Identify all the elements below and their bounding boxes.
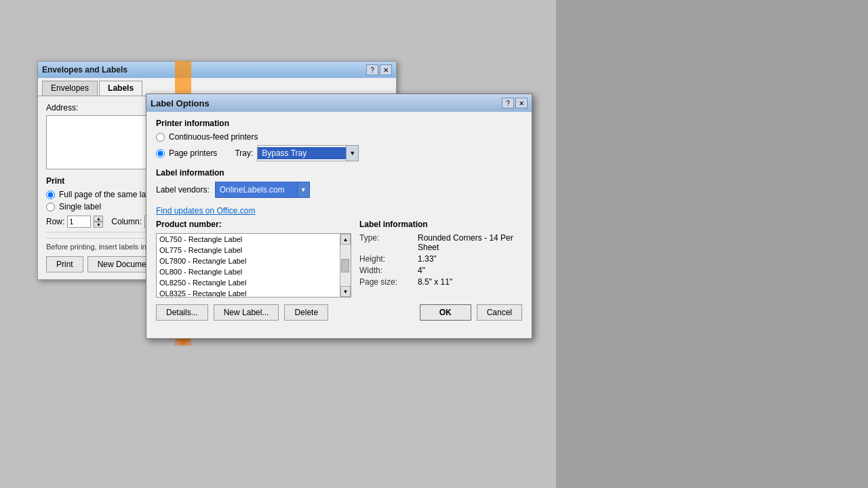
tray-dropdown-arrow-icon[interactable]: ▼ xyxy=(346,146,358,161)
ok-button[interactable]: OK xyxy=(420,304,471,321)
label-options-titlebar: Label Options ? ✕ xyxy=(146,94,532,112)
tab-envelopes[interactable]: Envelopes xyxy=(42,81,98,96)
row-spinner-input[interactable] xyxy=(67,216,91,228)
envelopes-titlebar: Envelopes and Labels ? ✕ xyxy=(38,62,396,78)
product-section: Product number: OL750 - Rectangle Label … xyxy=(156,220,351,298)
envelopes-titlebar-buttons: ? ✕ xyxy=(366,64,392,75)
tray-label: Tray: xyxy=(235,148,253,158)
action-buttons-row: Details... New Label... Delete OK Cancel xyxy=(156,304,522,321)
label-information-title: Label information xyxy=(359,220,522,229)
page-size-value: 8.5" x 11" xyxy=(418,277,452,287)
full-page-label: Full page of the same label xyxy=(59,190,157,199)
single-label-label: Single label xyxy=(59,202,101,211)
product-number-title: Product number: xyxy=(156,220,351,229)
vendor-dropdown-arrow-icon[interactable]: ▼ xyxy=(297,182,309,197)
row-spinner-buttons: ▲ ▼ xyxy=(94,216,103,228)
product-item-5[interactable]: OL8325 - Rectangle Label xyxy=(157,288,340,297)
type-value: Rounded Corners - 14 Per Sheet xyxy=(418,233,522,252)
height-key: Height: xyxy=(359,254,414,264)
type-row: Type: Rounded Corners - 14 Per Sheet xyxy=(359,233,522,252)
width-key: Width: xyxy=(359,266,414,275)
scroll-up-button[interactable]: ▲ xyxy=(340,234,351,245)
address-textbox[interactable] xyxy=(46,115,155,169)
col-label: Column: xyxy=(111,217,142,226)
row-spin-down[interactable]: ▼ xyxy=(94,222,103,228)
label-info-section-title: Label information xyxy=(156,168,522,178)
product-list[interactable]: OL750 - Rectangle Label OL775 - Rectangl… xyxy=(157,234,340,297)
label-options-help-button[interactable]: ? xyxy=(502,98,514,108)
vendor-dropdown-text: OnlineLabels.com xyxy=(216,184,297,196)
row-label: Row: xyxy=(46,217,64,226)
label-info-right: Label information Type: Rounded Corners … xyxy=(359,220,522,298)
product-item-1[interactable]: OL775 - Rectangle Label xyxy=(157,245,340,256)
label-options-close-button[interactable]: ✕ xyxy=(515,98,528,108)
continuous-feed-radio[interactable] xyxy=(156,133,165,142)
tray-dropdown-text: Bypass Tray xyxy=(258,147,346,159)
printer-info-title: Printer information xyxy=(156,119,522,128)
product-item-3[interactable]: OL800 - Rectangle Label xyxy=(157,266,340,277)
label-options-body: Printer information Continuous-feed prin… xyxy=(146,112,532,338)
page-size-row: Page size: 8.5" x 11" xyxy=(359,277,522,287)
label-options-title: Label Options xyxy=(151,98,210,108)
printer-info-section: Printer information Continuous-feed prin… xyxy=(156,119,522,161)
product-item-2[interactable]: OL7800 - Rectangle Label xyxy=(157,256,340,266)
scroll-track[interactable] xyxy=(340,245,351,286)
spacer xyxy=(334,304,414,321)
label-info-section: Label information Label vendors: OnlineL… xyxy=(156,168,522,198)
tray-dropdown[interactable]: Bypass Tray ▼ xyxy=(257,145,359,161)
new-label-button[interactable]: New Label... xyxy=(214,304,279,321)
row-spin-up[interactable]: ▲ xyxy=(94,216,103,222)
scroll-down-button[interactable]: ▼ xyxy=(340,286,351,297)
page-printers-row: Page printers Tray: Bypass Tray ▼ xyxy=(156,145,522,161)
single-label-radio[interactable] xyxy=(46,203,55,211)
ok-cancel-row: OK Cancel xyxy=(420,304,522,321)
vendor-label: Label vendors: xyxy=(156,185,210,195)
delete-button[interactable]: Delete xyxy=(284,304,328,321)
page-printers-radio[interactable] xyxy=(156,149,165,158)
height-value: 1.33" xyxy=(418,254,437,264)
envelopes-close-button[interactable]: ✕ xyxy=(380,64,392,75)
page-size-key: Page size: xyxy=(359,277,414,287)
product-list-container: OL750 - Rectangle Label OL775 - Rectangl… xyxy=(156,233,351,298)
product-item-4[interactable]: OL8250 - Rectangle Label xyxy=(157,277,340,288)
height-row: Height: 1.33" xyxy=(359,254,522,264)
page-printers-label: Page printers xyxy=(169,148,217,158)
product-and-info-section: Product number: OL750 - Rectangle Label … xyxy=(156,220,522,298)
full-page-radio[interactable] xyxy=(46,190,55,199)
continuous-feed-label: Continuous-feed printers xyxy=(169,132,258,142)
vendor-row: Label vendors: OnlineLabels.com ▼ xyxy=(156,182,522,198)
continuous-feed-row: Continuous-feed printers xyxy=(156,132,522,142)
cancel-button[interactable]: Cancel xyxy=(477,304,522,321)
scroll-thumb[interactable] xyxy=(341,259,349,272)
product-item-0[interactable]: OL750 - Rectangle Label xyxy=(157,234,340,245)
details-button[interactable]: Details... xyxy=(156,304,208,321)
width-value: 4" xyxy=(418,266,425,275)
product-scrollbar[interactable]: ▲ ▼ xyxy=(340,234,351,297)
label-options-dialog: Label Options ? ✕ Printer information Co… xyxy=(146,94,532,339)
tab-labels[interactable]: Labels xyxy=(99,81,142,96)
width-row: Width: 4" xyxy=(359,266,522,275)
vendor-dropdown[interactable]: OnlineLabels.com ▼ xyxy=(215,182,310,198)
envelopes-help-button[interactable]: ? xyxy=(366,64,378,75)
find-updates-link[interactable]: Find updates on Office.com xyxy=(156,206,256,216)
background-right xyxy=(556,0,868,488)
type-key: Type: xyxy=(359,233,414,252)
print-button[interactable]: Print xyxy=(46,256,83,272)
tray-row: Tray: Bypass Tray ▼ xyxy=(235,145,359,161)
envelopes-dialog-title: Envelopes and Labels xyxy=(42,65,127,75)
label-options-titlebar-buttons: ? ✕ xyxy=(502,98,528,108)
